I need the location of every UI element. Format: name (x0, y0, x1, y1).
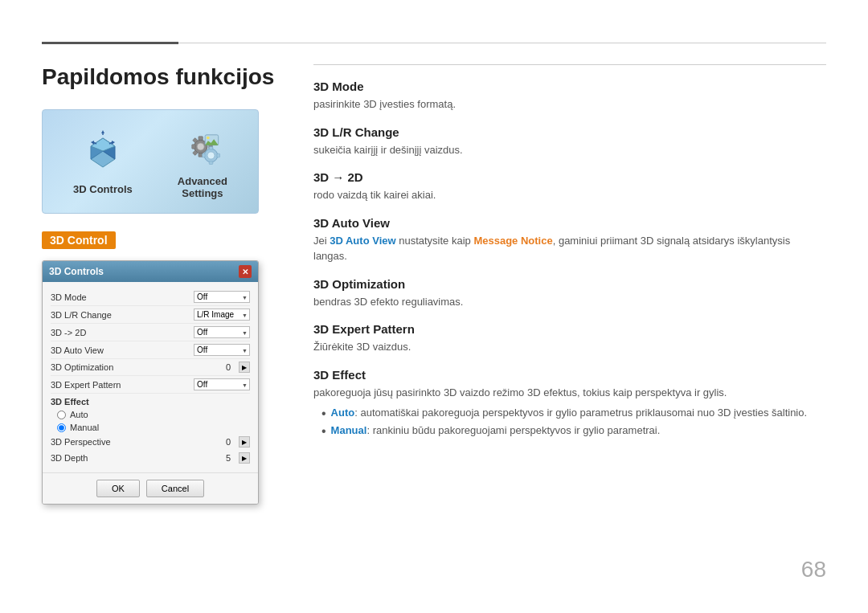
entry-3d-effect: 3D Effect pakoreguoja jūsų pasirinkto 3D… (313, 368, 826, 441)
dialog-row-3d-mode-select[interactable]: Off (194, 291, 250, 303)
dialog-radio-auto[interactable] (57, 411, 66, 419)
dialog-row-3d-expert-pattern-label: 3D Expert Pattern (51, 380, 121, 390)
dialog-row-3d-expert-pattern: 3D Expert Pattern Off (51, 376, 250, 394)
dialog-row-3d-mode-label: 3D Mode (51, 292, 87, 302)
3d-perspective-value: 0 (220, 437, 236, 447)
bullet-auto: • Auto: automatiškai pakoreguoja perspek… (321, 405, 826, 423)
3d-controls-icon-item: 3D Controls (73, 129, 133, 195)
dialog-row-3d-auto-view: 3D Auto View Off (51, 341, 250, 359)
entry-3d-lr-change-title: 3D L/R Change (313, 125, 826, 139)
dialog-body: 3D Mode Off 3D L/R Change L/R Image 3D (43, 282, 258, 472)
entry-3d-optimization-desc: bendras 3D efekto reguliavimas. (313, 294, 826, 310)
svg-marker-7 (91, 141, 94, 145)
advanced-settings-label: AdvancedSettings (178, 175, 227, 199)
entry-3d-mode: 3D Mode pasirinkite 3D įvesties formatą. (313, 80, 826, 112)
right-column: 3D Mode pasirinkite 3D įvesties formatą.… (313, 64, 826, 454)
entry-3d-auto-view-title: 3D Auto View (313, 216, 826, 230)
dialog-row-3d-to-2d-select[interactable]: Off (194, 326, 250, 338)
dialog-cancel-button[interactable]: Cancel (146, 480, 204, 497)
entry-3d-expert-pattern: 3D Expert Pattern Žiūrėkite 3D vaizdus. (313, 322, 826, 355)
entry-3d-mode-desc: pasirinkite 3D įvesties formatą. (313, 96, 826, 112)
dialog-row-3d-expert-pattern-select-wrap[interactable]: Off (194, 378, 250, 390)
manual-bold-link: Manual (331, 424, 367, 436)
svg-rect-25 (217, 153, 220, 157)
entry-3d-effect-desc: pakoreguoja jūsų pasirinkto 3D vaizdo re… (313, 385, 826, 401)
dialog-row-3d-lr-select-wrap[interactable]: L/R Image (194, 309, 250, 321)
dialog-close-button[interactable]: ✕ (239, 265, 252, 278)
advanced-settings-icon-item: AdvancedSettings (178, 125, 227, 199)
entry-3d-to-2d: 3D → 2D rodo vaizdą tik kairei akiai. (313, 170, 826, 203)
auto-view-link1: 3D Auto View (330, 235, 395, 247)
3d-depth-increment[interactable]: ▶ (239, 452, 250, 464)
entry-3d-auto-view: 3D Auto View Jei 3D Auto View nustatysit… (313, 216, 826, 264)
dialog-row-3d-to-2d-select-wrap[interactable]: Off (194, 326, 250, 338)
section-badge: 3D Control (42, 231, 116, 249)
3d-optimization-value: 0 (220, 362, 236, 372)
dialog-row-3d-depth: 3D Depth 5 ▶ (51, 450, 250, 466)
dialog-row-3d-mode-select-wrap[interactable]: Off (194, 291, 250, 303)
dialog-row-3d-to-2d: 3D -> 2D Off (51, 324, 250, 341)
dialog-row-3d-auto-view-select[interactable]: Off (194, 344, 250, 356)
svg-rect-24 (203, 153, 206, 157)
dialog-row-3d-to-2d-label: 3D -> 2D (51, 328, 86, 337)
bullet-manual-text: Manual: rankiniu būdu pakoreguojami pers… (331, 423, 661, 440)
entry-3d-expert-pattern-title: 3D Expert Pattern (313, 322, 826, 336)
auto-view-link2: Message Notice (473, 235, 552, 247)
dialog-row-3d-lr-select[interactable]: L/R Image (194, 309, 250, 321)
dialog-section-3d-effect: 3D Effect (51, 394, 250, 408)
page-number: 68 (801, 557, 826, 582)
dialog-ok-button[interactable]: OK (96, 480, 140, 497)
dialog-row-3d-expert-pattern-select[interactable]: Off (194, 378, 250, 390)
entry-3d-lr-change: 3D L/R Change sukeičia kairįjį ir dešinį… (313, 125, 826, 158)
bullet-dot-manual: • (321, 423, 326, 440)
dialog-row-3d-lr-label: 3D L/R Change (51, 310, 112, 320)
entry-3d-auto-view-desc: Jei 3D Auto View nustatysite kaip Messag… (313, 233, 826, 264)
dialog-footer: OK Cancel (43, 472, 258, 504)
3d-depth-stepper: 5 ▶ (220, 452, 250, 464)
3d-optimization-increment[interactable]: ▶ (239, 362, 250, 373)
left-column: Papildomos funkcijos 3D Controls (42, 64, 291, 505)
top-line-light (178, 43, 826, 43)
top-line-dark (42, 42, 178, 44)
dialog-row-3d-optimization-stepper: 0 ▶ (220, 362, 250, 373)
dialog-radio-manual-label: Manual (70, 423, 99, 432)
dialog-row-3d-mode: 3D Mode Off (51, 288, 250, 306)
entry-3d-effect-bullets: • Auto: automatiškai pakoreguoja perspek… (321, 405, 826, 441)
entry-3d-expert-pattern-desc: Žiūrėkite 3D vaizdus. (313, 339, 826, 355)
entry-3d-to-2d-title: 3D → 2D (313, 170, 826, 184)
gear-icon (180, 125, 224, 169)
top-decorative-lines (42, 42, 826, 44)
3d-controls-label: 3D Controls (73, 183, 133, 195)
dialog-row-3d-perspective: 3D Perspective 0 ▶ (51, 434, 250, 450)
dialog-radio-manual-row: Manual (51, 421, 250, 434)
entry-3d-to-2d-desc: rodo vaizdą tik kairei akiai. (313, 187, 826, 203)
svg-point-11 (197, 142, 204, 149)
right-divider (313, 64, 826, 65)
svg-rect-14 (192, 144, 196, 149)
dialog-radio-manual[interactable] (57, 423, 66, 432)
svg-rect-22 (210, 146, 214, 149)
svg-marker-9 (112, 141, 115, 145)
bullet-auto-text: Auto: automatiškai pakoreguoja perspekty… (331, 405, 808, 423)
dialog-row-3d-optimization-label: 3D Optimization (51, 362, 113, 372)
svg-rect-12 (199, 136, 203, 140)
dialog-row-3d-depth-label: 3D Depth (51, 453, 88, 463)
bullet-dot-auto: • (321, 405, 326, 423)
dialog-titlebar: 3D Controls ✕ (43, 261, 258, 282)
3d-perspective-stepper: 0 ▶ (220, 436, 250, 447)
svg-point-27 (207, 136, 210, 139)
svg-point-21 (207, 151, 215, 158)
entry-3d-effect-title: 3D Effect (313, 368, 826, 382)
entry-3d-lr-change-desc: sukeičia kairįjį ir dešinįjį vaizdus. (313, 142, 826, 158)
dialog-title: 3D Controls (49, 266, 104, 277)
dialog-row-3d-optimization: 3D Optimization 0 ▶ (51, 359, 250, 376)
dialog-row-3d-perspective-label: 3D Perspective (51, 437, 111, 447)
entry-3d-optimization: 3D Optimization bendras 3D efekto reguli… (313, 277, 826, 310)
page-title: Papildomos funkcijos (42, 64, 291, 90)
dialog-row-3d-auto-view-select-wrap[interactable]: Off (194, 344, 250, 356)
svg-rect-23 (210, 161, 214, 164)
entry-3d-mode-title: 3D Mode (313, 80, 826, 93)
entry-3d-optimization-title: 3D Optimization (313, 277, 826, 291)
3d-perspective-increment[interactable]: ▶ (239, 436, 250, 447)
dialog-radio-auto-label: Auto (70, 410, 88, 419)
